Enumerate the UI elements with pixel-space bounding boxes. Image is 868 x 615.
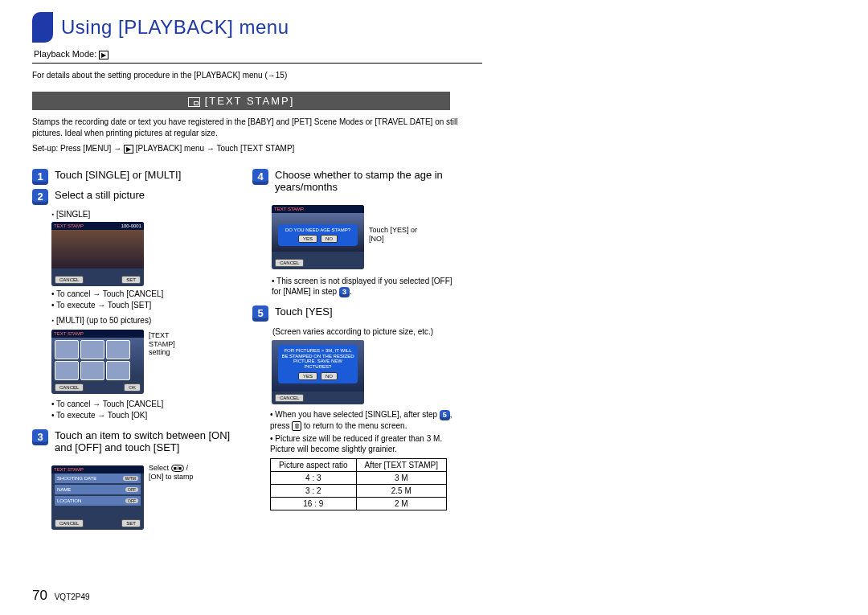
ss5-cancel-button: CANCEL — [275, 394, 304, 402]
step4-footnote: • This screen is not displayed if you se… — [272, 276, 453, 297]
ss2-body — [51, 338, 144, 376]
ss3-set-button: SET — [121, 519, 141, 527]
table-row: 16 : 92 M — [271, 497, 447, 510]
ss2-header: TEXT STAMP — [51, 330, 144, 338]
screenshot-confirm: FOR PICTURES > 3M, IT WILL BE STAMPED ON… — [272, 340, 364, 404]
aspect-ratio-table: Picture aspect ratio After [TEXT STAMP] … — [270, 458, 447, 510]
ss1-body — [51, 230, 144, 269]
step-5-text: Touch [YES] — [275, 305, 333, 318]
manual-page: Using [PLAYBACK] menu Playback Mode: ▶ F… — [0, 0, 530, 533]
table-row: 4 : 33 M — [271, 471, 447, 484]
step-number-2: 2 — [32, 189, 48, 205]
ss4-yes: YES — [298, 235, 317, 243]
step-number-3: 3 — [32, 429, 48, 445]
screenshot-age-dialog: TEXT STAMP DO YOU NEED AGE STAMP? YESNO … — [272, 205, 364, 269]
step-1-text: Touch [SINGLE] or [MULTI] — [55, 169, 181, 181]
ss2-ok-button: OK — [124, 383, 141, 392]
step3-side-note: Select ■/■ / [ON] to stamp — [149, 462, 197, 482]
page-number: 70 — [32, 588, 47, 603]
screenshot-settings: TEXT STAMP SHOOTING DATEW/TM NAMEOFF LOC… — [51, 465, 144, 530]
ss3-row-name: NAMEOFF — [55, 485, 141, 494]
step-3: 3 Touch an item to switch between [ON] a… — [32, 429, 233, 454]
details-crossref: For details about the setting procedure … — [32, 70, 530, 81]
step4-side-note: Touch [YES] or [NO] — [369, 202, 425, 244]
size-reduce-note: • Picture size will be reduced if greate… — [270, 433, 453, 455]
screenshot-multi: TEXT STAMP CANCEL OK — [51, 330, 144, 394]
screenshot-settings-row: TEXT STAMP SHOOTING DATEW/TM NAMEOFF LOC… — [51, 462, 233, 533]
section-tab-icon — [32, 12, 53, 43]
ss5-no: NO — [321, 372, 338, 380]
multi-ok-note: To execute → Touch [OK] — [51, 411, 233, 420]
step5-subtext: (Screen varies according to picture size… — [272, 326, 453, 338]
doc-code: VQT2P49 — [55, 592, 90, 601]
two-column-layout: 1 Touch [SINGLE] or [MULTI] 2 Select a s… — [32, 169, 530, 533]
table-row: 3 : 22.5 M — [271, 484, 447, 497]
ss3-cancel-button: CANCEL — [55, 519, 84, 527]
step-1: 1 Touch [SINGLE] or [MULTI] — [32, 169, 233, 182]
text-stamp-icon — [188, 97, 200, 107]
page-title: Using [PLAYBACK] menu — [61, 16, 289, 39]
ss4-header: TEXT STAMP — [272, 205, 364, 213]
ss1-header: TEXT STAMP 100-0001 — [51, 222, 144, 230]
screenshot-single: TEXT STAMP 100-0001 CANCEL SET — [51, 222, 144, 286]
setup-suffix: [PLAYBACK] menu → Touch [TEXT STAMP] — [133, 144, 294, 153]
ss4-dialog: DO YOU NEED AGE STAMP? YESNO — [278, 224, 358, 247]
step-ref-3-icon: 3 — [339, 287, 350, 297]
playback-icon-inline: ▶ — [124, 145, 133, 154]
step-2-text: Select a still picture — [55, 189, 145, 201]
left-column: 1 Touch [SINGLE] or [MULTI] 2 Select a s… — [32, 169, 233, 533]
single-set-note: To execute → Touch [SET] — [51, 301, 233, 310]
step-4-text: Choose whether to stamp the age in years… — [275, 169, 443, 194]
section-header-bar: [TEXT STAMP] — [32, 92, 450, 110]
trash-icon: 🗑 — [292, 421, 301, 431]
step-4: 4 Choose whether to stamp the age in yea… — [252, 169, 453, 194]
ss5-yes: YES — [298, 372, 317, 380]
step-3-text: Touch an item to switch between [ON] and… — [55, 429, 230, 454]
screenshot-age-row: TEXT STAMP DO YOU NEED AGE STAMP? YESNO … — [272, 202, 453, 273]
title-row: Using [PLAYBACK] menu — [32, 12, 530, 43]
step-5: 5 Touch [YES] — [252, 305, 453, 318]
step-2: 2 Select a still picture — [32, 189, 233, 202]
ss3-row-location: LOCATIONOFF — [55, 496, 141, 506]
section-header-label: [TEXT STAMP] — [205, 95, 295, 107]
ss3-header: TEXT STAMP — [51, 465, 144, 474]
intro-paragraph: Stamps the recording date or text you ha… — [32, 117, 466, 138]
ss3-row-shooting-date: SHOOTING DATEW/TM — [55, 474, 141, 483]
ss4-body: DO YOU NEED AGE STAMP? YESNO — [272, 213, 364, 252]
step-number-4: 4 — [252, 169, 268, 185]
step-number-1: 1 — [32, 169, 48, 185]
multi-cancel-note: To cancel → Touch [CANCEL] — [51, 400, 233, 408]
playback-mode-icon: ▶ — [99, 51, 108, 59]
ss4-cancel-button: CANCEL — [275, 259, 304, 267]
screenshot-multi-row: TEXT STAMP CANCEL OK [TEXT STAMP] settin… — [51, 326, 233, 397]
multi-side-note: [TEXT STAMP] setting — [149, 326, 197, 357]
setup-line: Set-up: Press [MENU] → ▶ [PLAYBACK] menu… — [32, 143, 530, 154]
single-cancel-note: To cancel → Touch [CANCEL] — [51, 289, 233, 298]
single-return-note: • When you have selected [SINGLE], after… — [270, 409, 453, 431]
ss1-cancel-button: CANCEL — [55, 276, 84, 284]
table-header-ratio: Picture aspect ratio — [271, 458, 357, 471]
single-sublabel: [SINGLE] — [51, 210, 233, 219]
playback-mode-line: Playback Mode: ▶ — [34, 49, 530, 59]
step-number-5: 5 — [252, 305, 268, 322]
page-footer: 70 VQT2P49 — [32, 588, 90, 604]
mode-label: Playback Mode: — [34, 49, 96, 59]
right-column: 4 Choose whether to stamp the age in yea… — [252, 169, 453, 533]
ss5-body: FOR PICTURES > 3M, IT WILL BE STAMPED ON… — [272, 340, 364, 392]
setup-prefix: Set-up: Press [MENU] → — [32, 144, 124, 153]
ss4-no: NO — [321, 235, 338, 243]
divider — [32, 63, 482, 64]
ss2-cancel-button: CANCEL — [55, 383, 84, 392]
multi-sublabel: [MULTI] (up to 50 pictures) — [51, 316, 233, 325]
ss5-dialog: FOR PICTURES > 3M, IT WILL BE STAMPED ON… — [278, 345, 358, 383]
table-header-after: After [TEXT STAMP] — [356, 458, 446, 471]
ss1-set-button: SET — [121, 276, 141, 284]
step-ref-5-icon: 5 — [440, 410, 450, 420]
